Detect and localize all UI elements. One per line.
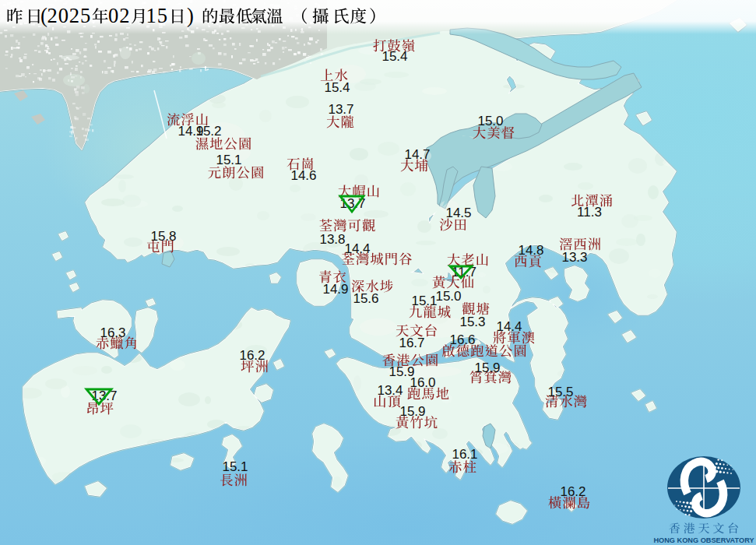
svg-text:15.8: 15.8 <box>150 229 176 244</box>
svg-text:15.2: 15.2 <box>195 124 221 139</box>
svg-text:2025: 2025 <box>47 4 92 27</box>
svg-text:15.5: 15.5 <box>547 385 573 399</box>
svg-text:14.9: 14.9 <box>322 282 348 297</box>
svg-text:15: 15 <box>146 4 168 27</box>
svg-text:14.4: 14.4 <box>344 241 370 256</box>
svg-text:15.1: 15.1 <box>216 153 241 167</box>
svg-text:11.3: 11.3 <box>577 205 602 220</box>
svg-text:14.6: 14.6 <box>290 168 316 183</box>
svg-text:16.0: 16.0 <box>410 375 435 390</box>
svg-text:13.3: 13.3 <box>561 250 587 265</box>
svg-text:15.4: 15.4 <box>324 80 350 95</box>
svg-text:16.1: 16.1 <box>452 447 477 462</box>
svg-text:15.0: 15.0 <box>477 114 503 128</box>
svg-text:15.3: 15.3 <box>459 315 485 329</box>
svg-text:15.0: 15.0 <box>435 289 461 304</box>
svg-text:16.7: 16.7 <box>399 336 424 350</box>
svg-text:14.4: 14.4 <box>496 319 522 334</box>
svg-text:14.5: 14.5 <box>445 206 471 220</box>
svg-text:15.9: 15.9 <box>474 360 500 375</box>
svg-text:13.4: 13.4 <box>377 383 403 398</box>
svg-text:16.3: 16.3 <box>100 325 125 340</box>
svg-text:02: 02 <box>108 4 130 27</box>
svg-text:16.6: 16.6 <box>449 332 475 347</box>
svg-text:): ) <box>187 4 194 27</box>
svg-text:15.1: 15.1 <box>222 459 248 474</box>
svg-text:15.1: 15.1 <box>411 294 437 308</box>
svg-text:HONG KONG OBSERVATORY: HONG KONG OBSERVATORY <box>653 536 754 544</box>
svg-text:15.6: 15.6 <box>353 291 378 306</box>
svg-text:15.9: 15.9 <box>399 404 425 419</box>
svg-text:(: ( <box>40 4 47 27</box>
svg-text:14.7: 14.7 <box>404 147 430 162</box>
svg-text:16.2: 16.2 <box>239 348 265 363</box>
svg-text:15.4: 15.4 <box>382 49 407 64</box>
svg-text:13.8: 13.8 <box>319 232 345 247</box>
svg-text:16.2: 16.2 <box>560 484 585 499</box>
svg-text:13.7: 13.7 <box>328 102 353 117</box>
svg-text:14.8: 14.8 <box>518 243 543 258</box>
